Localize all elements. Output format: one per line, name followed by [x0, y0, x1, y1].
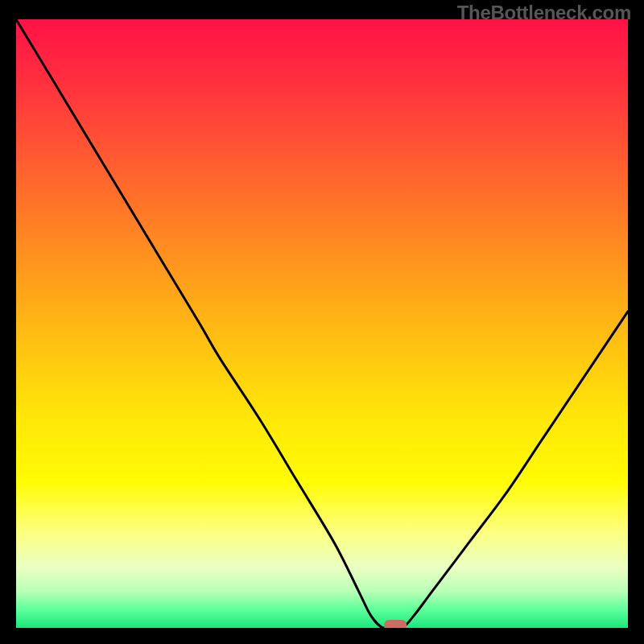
- optimal-marker: [384, 620, 407, 628]
- gradient-background: [16, 19, 628, 628]
- bottleneck-plot: [16, 19, 628, 628]
- chart-frame: TheBottleneck.com: [0, 0, 644, 644]
